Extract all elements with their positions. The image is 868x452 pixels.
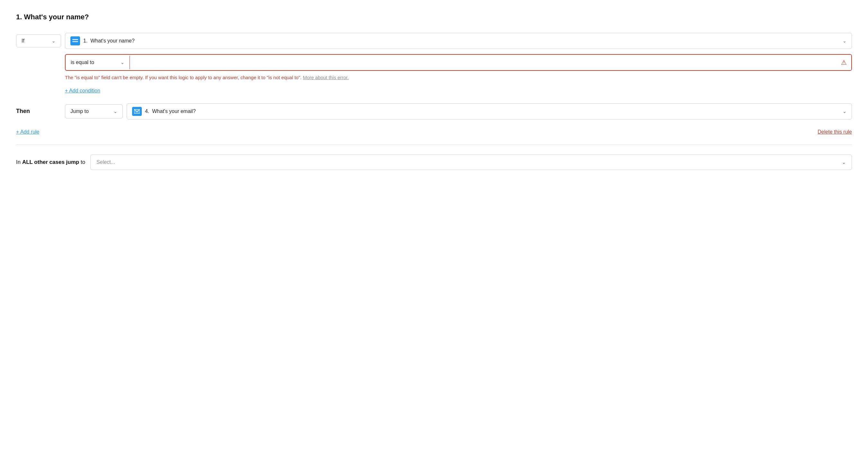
- svg-rect-0: [72, 39, 78, 40]
- then-row: Then Jump to ⌄ 4. What's your email? ⌄: [16, 103, 852, 119]
- question-chevron-icon: ⌄: [843, 38, 846, 44]
- condition-operator-label: is equal to: [71, 60, 94, 65]
- jump-to-label: Jump to: [70, 109, 89, 114]
- then-question-label: 4. What's your email?: [145, 109, 843, 114]
- condition-row: is equal to ⌄ ⚠: [65, 54, 852, 71]
- question-number: 1.: [83, 38, 88, 44]
- other-cases-label: In ALL other cases jump to: [16, 159, 85, 166]
- other-cases-pre: In: [16, 159, 22, 165]
- question-label: 1. What's your name?: [83, 38, 843, 44]
- condition-operator-dropdown[interactable]: is equal to ⌄: [66, 56, 130, 69]
- then-question-number: 4.: [145, 109, 149, 114]
- condition-value-input[interactable]: [134, 60, 841, 65]
- add-rule-link[interactable]: + Add rule: [16, 129, 39, 135]
- if-chevron-icon: ⌄: [52, 38, 56, 44]
- then-label: Then: [16, 108, 61, 115]
- select-placeholder: Select...: [96, 159, 115, 165]
- then-question-text: What's your email?: [152, 109, 196, 114]
- then-question-dropdown[interactable]: 4. What's your email? ⌄: [127, 103, 852, 119]
- question-dropdown[interactable]: 1. What's your name? ⌄: [65, 33, 852, 49]
- if-row: If ⌄ 1. What's your name? ⌄: [16, 33, 852, 49]
- svg-rect-1: [72, 41, 78, 42]
- rule-footer: + Add rule Delete this rule: [16, 129, 852, 135]
- question-text: What's your name?: [90, 38, 134, 44]
- if-dropdown[interactable]: If ⌄: [16, 34, 61, 47]
- condition-select-wrap: is equal to ⌄ ⚠: [65, 54, 852, 71]
- other-cases-row: In ALL other cases jump to Select... ⌄: [16, 154, 852, 170]
- rule-block: If ⌄ 1. What's your name? ⌄: [16, 33, 852, 135]
- select-chevron-icon: ⌄: [842, 160, 846, 165]
- error-message: The "is equal to" field can't be empty. …: [65, 74, 451, 81]
- jump-chevron-icon: ⌄: [114, 109, 117, 114]
- condition-chevron-icon: ⌄: [121, 60, 124, 65]
- other-cases-bold: ALL other cases jump: [22, 159, 79, 165]
- then-question-chevron-icon: ⌄: [843, 109, 846, 114]
- add-condition-link[interactable]: + Add condition: [65, 88, 100, 94]
- email-icon: [132, 107, 142, 116]
- delete-rule-link[interactable]: Delete this rule: [817, 129, 852, 135]
- error-icon: ⚠: [841, 59, 847, 66]
- page-container: 1. What's your name? If ⌄ 1. What's your…: [16, 13, 852, 170]
- error-text: The "is equal to" field can't be empty. …: [65, 75, 302, 80]
- equals-icon: [70, 36, 80, 46]
- page-title: 1. What's your name?: [16, 13, 852, 21]
- jump-to-dropdown[interactable]: Jump to ⌄: [65, 104, 123, 118]
- other-cases-post: to: [79, 159, 85, 165]
- other-cases-select[interactable]: Select... ⌄: [90, 154, 852, 170]
- error-more-link[interactable]: More about this error.: [303, 75, 349, 80]
- if-label: If: [22, 38, 25, 44]
- condition-input-wrap: ⚠: [130, 55, 851, 70]
